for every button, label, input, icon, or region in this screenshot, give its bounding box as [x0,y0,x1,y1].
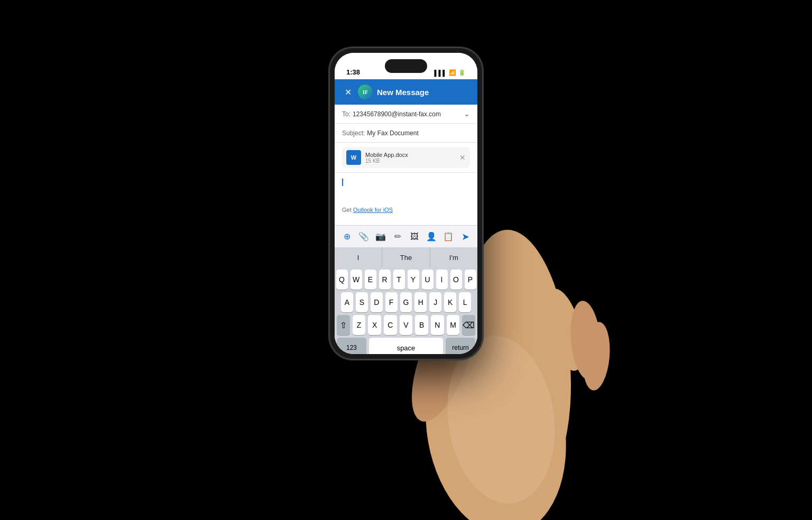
keyboard-row-1: Q W E R T Y U I O P [337,270,475,290]
page-title: New Message [377,88,470,97]
dynamic-island [385,59,427,73]
keyboard: Q W E R T Y U I O P A S [335,267,477,354]
image-button[interactable]: 🖼 [408,229,421,244]
svg-point-6 [580,321,612,392]
key-v[interactable]: V [400,315,413,335]
signal-icon: ▌▌▌ [435,70,447,76]
to-label: To: [342,110,350,118]
key-a[interactable]: A [341,292,353,312]
numbers-key[interactable]: 123 [337,338,366,354]
send-button[interactable]: ➤ [458,229,472,244]
battery-icon: 🔋 [458,69,466,76]
key-x[interactable]: X [368,315,381,335]
phone-screen: 1:38 ▌▌▌ 📶 🔋 ✕ IF New Message To: 123456… [335,53,477,354]
draw-button[interactable]: ✏ [391,229,404,244]
to-field[interactable]: To: 12345678900@instant-fax.com ⌄ [335,105,477,124]
svg-point-5 [568,300,604,381]
key-c[interactable]: C [384,315,397,335]
autocomplete-item-i[interactable]: I [335,247,382,267]
key-s[interactable]: S [356,292,368,312]
attachment-area: W Mobile App.docx 15 KB ✕ [335,143,477,173]
key-r[interactable]: R [379,270,391,290]
attachment-name: Mobile App.docx [365,152,455,158]
key-i[interactable]: I [436,270,448,290]
key-u[interactable]: U [422,270,433,290]
keyboard-row-3: ⇧ Z X C V B N M ⌫ [337,315,475,335]
subject-value: My Fax Document [367,129,470,137]
signature: Get Outlook for iOS [335,205,477,215]
key-g[interactable]: G [400,292,412,312]
signature-prefix: Get [342,207,353,213]
key-t[interactable]: T [393,270,405,290]
subject-field[interactable]: Subject: My Fax Document [335,124,477,143]
delete-key[interactable]: ⌫ [462,315,475,335]
key-e[interactable]: E [365,270,376,290]
camera-button[interactable]: 📷 [374,229,387,244]
return-key[interactable]: return [446,338,475,354]
key-n[interactable]: N [431,315,444,335]
status-time: 1:38 [346,68,360,76]
key-b[interactable]: B [415,315,428,335]
svg-point-4 [538,285,590,375]
key-p[interactable]: P [465,270,476,290]
compose-area[interactable] [335,173,477,205]
email-header: ✕ IF New Message [335,79,477,105]
space-key[interactable]: space [369,338,443,354]
key-d[interactable]: D [371,292,383,312]
text-cursor [342,179,343,186]
key-j[interactable]: J [429,292,441,312]
email-body: To: 12345678900@instant-fax.com ⌄ Subjec… [335,105,477,354]
attachment-size: 15 KB [365,158,455,164]
contact-button[interactable]: 👤 [425,229,438,244]
key-h[interactable]: H [414,292,427,312]
avatar: IF [358,85,373,99]
phone-shell: 1:38 ▌▌▌ 📶 🔋 ✕ IF New Message To: 123456… [329,48,483,359]
to-value: 12345678900@instant-fax.com [353,110,464,118]
autocomplete-item-the[interactable]: The [382,247,430,267]
email-toolbar: ⊕ 📎 📷 ✏ 🖼 👤 📋 ➤ [335,225,477,247]
chevron-down-icon: ⌄ [464,109,470,118]
subject-label: Subject: [342,129,365,137]
attachment-remove-button[interactable]: ✕ [459,153,466,162]
key-l[interactable]: L [459,292,471,312]
key-y[interactable]: Y [408,270,419,290]
autocomplete-item-im[interactable]: I'm [430,247,477,267]
outlook-link[interactable]: Outlook for iOS [353,207,393,213]
key-m[interactable]: M [447,315,460,335]
attachment-info: Mobile App.docx 15 KB [365,152,455,164]
add-button[interactable]: ⊕ [340,229,354,244]
attachment-card: W Mobile App.docx 15 KB ✕ [342,147,470,168]
key-f[interactable]: F [385,292,398,312]
keyboard-row-2: A S D F G H J K L [337,292,475,312]
key-w[interactable]: W [350,270,362,290]
template-button[interactable]: 📋 [441,229,455,244]
close-button[interactable]: ✕ [342,86,354,98]
shift-key[interactable]: ⇧ [337,315,350,335]
attach-button[interactable]: 📎 [357,229,371,244]
keyboard-row-4: 123 space return [337,338,475,354]
key-q[interactable]: Q [336,270,348,290]
status-icons: ▌▌▌ 📶 🔋 [435,69,466,76]
key-o[interactable]: O [450,270,462,290]
word-icon: W [346,150,361,165]
autocomplete-bar: I The I'm [335,247,477,267]
wifi-icon: 📶 [449,69,456,76]
key-z[interactable]: Z [353,315,366,335]
key-k[interactable]: K [444,292,456,312]
